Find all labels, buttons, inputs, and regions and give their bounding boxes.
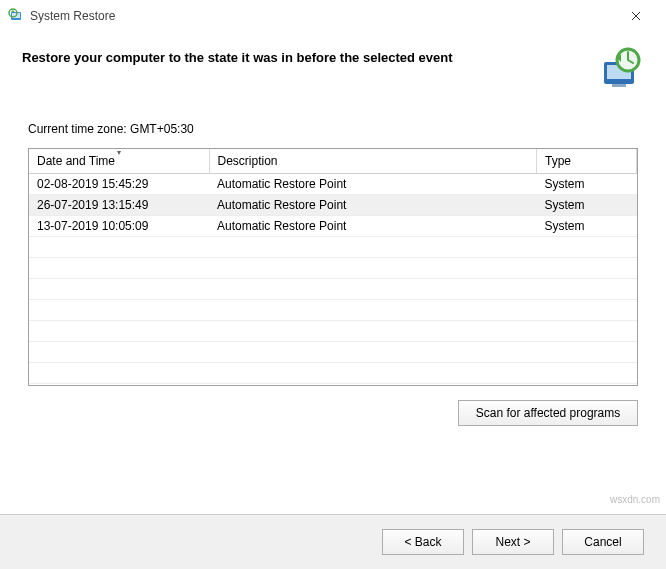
cell-description: Automatic Restore Point bbox=[209, 215, 537, 236]
scan-affected-button[interactable]: Scan for affected programs bbox=[458, 400, 638, 426]
cell-date: 02-08-2019 15:45:29 bbox=[29, 173, 209, 194]
system-restore-icon bbox=[8, 8, 24, 24]
table-row[interactable]: 26-07-2019 13:15:49Automatic Restore Poi… bbox=[29, 194, 637, 215]
next-button[interactable]: Next > bbox=[472, 529, 554, 555]
column-description[interactable]: Description bbox=[209, 149, 537, 173]
content-area: Current time zone: GMT+05:30 ▾ Date and … bbox=[0, 94, 666, 386]
window-title: System Restore bbox=[30, 9, 616, 23]
table-row bbox=[29, 299, 637, 320]
restore-hero-icon bbox=[592, 42, 644, 94]
watermark: wsxdn.com bbox=[610, 494, 660, 505]
timezone-label: Current time zone: GMT+05:30 bbox=[28, 122, 638, 136]
svg-rect-5 bbox=[612, 84, 626, 87]
column-date[interactable]: ▾ Date and Time bbox=[29, 149, 209, 173]
cell-description: Automatic Restore Point bbox=[209, 194, 537, 215]
header: Restore your computer to the state it wa… bbox=[0, 30, 666, 94]
table-row[interactable]: 13-07-2019 10:05:09Automatic Restore Poi… bbox=[29, 215, 637, 236]
cell-description: Automatic Restore Point bbox=[209, 173, 537, 194]
back-button[interactable]: < Back bbox=[382, 529, 464, 555]
cell-date: 26-07-2019 13:15:49 bbox=[29, 194, 209, 215]
table-row[interactable]: 02-08-2019 15:45:29Automatic Restore Poi… bbox=[29, 173, 637, 194]
wizard-footer: < Back Next > Cancel bbox=[0, 514, 666, 569]
close-icon bbox=[631, 11, 641, 21]
table-row bbox=[29, 278, 637, 299]
cancel-button[interactable]: Cancel bbox=[562, 529, 644, 555]
restore-points-table[interactable]: ▾ Date and Time Description Type 02-08-2… bbox=[28, 148, 638, 386]
cell-type: System bbox=[537, 173, 637, 194]
table-row bbox=[29, 362, 637, 383]
cell-date: 13-07-2019 10:05:09 bbox=[29, 215, 209, 236]
page-heading: Restore your computer to the state it wa… bbox=[22, 50, 592, 65]
sort-indicator-icon: ▾ bbox=[117, 148, 121, 157]
titlebar: System Restore bbox=[0, 0, 666, 30]
table-row bbox=[29, 341, 637, 362]
scan-row: Scan for affected programs bbox=[0, 386, 666, 426]
table-row bbox=[29, 236, 637, 257]
cell-type: System bbox=[537, 194, 637, 215]
table-row bbox=[29, 320, 637, 341]
cell-type: System bbox=[537, 215, 637, 236]
table-row bbox=[29, 257, 637, 278]
column-type[interactable]: Type bbox=[537, 149, 637, 173]
close-button[interactable] bbox=[616, 8, 656, 24]
